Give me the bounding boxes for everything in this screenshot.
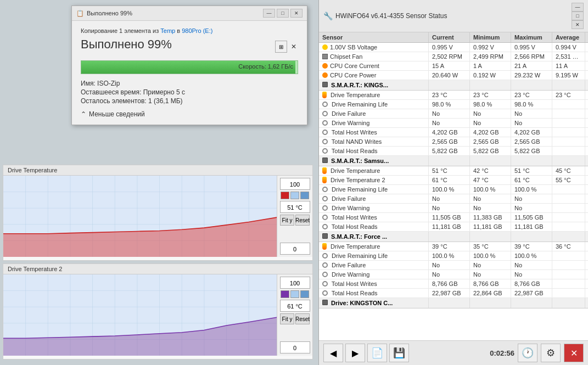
sensor-min: 23 °C [470,91,511,99]
copy-dialog: 📋 Выполнено 99% — □ ✕ Копирование 1 элем… [71,5,307,125]
copy-progress-header: Выполнено 99% ⊞ ✕ [81,37,298,56]
close-icon: ✕ [570,348,578,358]
sensor-name: CPU Core Power [319,71,429,80]
sensor-avg [552,137,585,146]
sensor-max: 2,566 RPM [511,52,552,61]
sensor-name: CPU Core Current [319,61,429,70]
sensor-name: Drive Failure [319,261,429,269]
table-row: Total Host Reads 11,181 GB 11,181 GB 11,… [319,222,588,232]
sensor-name: Total Host Writes [319,279,429,288]
temp2-icon [322,177,327,183]
back-button[interactable]: ◀ [323,344,343,362]
hwinfo-close-button[interactable]: ✕ [572,20,584,29]
host-writes-icon [322,130,328,135]
close-button[interactable]: ✕ [290,9,303,18]
chart1-reset-button[interactable]: Reset [295,215,310,226]
failure-icon [322,111,328,116]
chart1-current-value: 51 °C [280,201,310,213]
save-button[interactable]: 💾 [389,344,409,362]
sensor-min: 47 °C [470,176,511,184]
sensor-name: Drive Remaining Life [319,185,429,194]
hwinfo-scroll-area[interactable]: 1.00V SB Voltage 0.995 V 0.992 V 0.995 V… [319,43,588,340]
chart1-color-blue[interactable] [290,192,299,199]
host-writes-icon [322,215,328,220]
warning-icon [322,272,328,277]
smart-kingston-section-partial: Drive: KINGSTON C... [319,298,588,308]
sensor-max: No [511,204,552,212]
copy-time: Оставшееся время: Примерно 5 с [81,88,298,96]
power-icon [322,72,328,78]
smart-force-section: S.M.A.R.T.: Force ... [319,232,588,242]
sensor-avg [552,222,585,231]
chart2-color-dark-blue[interactable] [300,290,309,298]
chart2-bottom-value: 0 [280,341,310,353]
chart-drive-temp-2: Drive Temperature 2 [3,263,313,360]
sensor-name: Drive Failure [319,109,429,118]
copy-info: Имя: ISO-Zip Оставшееся время: Примерно … [81,80,298,105]
sensor-min: No [470,204,511,212]
source-link[interactable]: Temp [160,27,175,34]
minimize-button[interactable]: — [263,9,275,18]
copy-heading: Выполнено 99% [81,37,172,52]
chart1-color-dark-blue[interactable] [300,192,309,199]
sensor-avg [552,194,585,203]
chart2-fity-button[interactable]: Fit y [280,313,294,324]
report-button[interactable]: 📄 [367,344,387,362]
maximize-button[interactable]: □ [277,9,289,18]
sensor-name: Drive Temperature [319,91,429,99]
fan-icon [322,54,328,59]
sensor-avg: 0.994 V [552,43,585,52]
sensor-avg [552,128,585,137]
sensor-max: 2,565 GB [511,137,552,146]
progress-speed: Скорость: 1,62 ГБ/с [238,63,293,70]
chart2-reset-button[interactable]: Reset [295,313,310,324]
table-row: Drive Temperature 51 °C 42 °C 51 °C 45 °… [319,166,588,176]
hwinfo-icon: 🔧 [323,12,333,20]
smart-kings-section: S.M.A.R.T.: KINGS... [319,80,588,91]
toolbar-close-button[interactable]: ✕ [564,344,584,362]
copy-details-button[interactable]: ⌃ Меньше сведений [81,110,298,118]
hwinfo-maximize-button[interactable]: □ [572,12,584,20]
hwinfo-minimize-button[interactable]: — [572,3,584,12]
sensor-current: 4,202 GB [429,128,470,137]
chart1-color-red[interactable] [281,192,289,199]
sensor-min: 2,499 RPM [470,52,511,61]
sensor-current: 100.0 % [429,251,470,260]
section-label: S.M.A.R.T.: Force ... [319,232,429,242]
sensor-current: No [429,194,470,203]
sensor-current: No [429,204,470,212]
forward-button[interactable]: ▶ [345,344,365,362]
sensor-avg [552,213,585,222]
sensor-current: 11,505 GB [429,213,470,222]
nand-writes-icon [322,139,328,144]
table-row: Drive Temperature 2 61 °C 47 °C 61 °C 55… [319,176,588,185]
chart2-color-row [281,290,309,298]
table-row: Total Host Writes 11,505 GB 11,383 GB 11… [319,213,588,222]
sensor-name: Total Host Reads [319,147,429,155]
table-row: Drive Warning No No No [319,204,588,213]
table-row: Drive Temperature 23 °C 23 °C 23 °C 23 °… [319,91,588,100]
chart2-current-value: 61 °C [280,300,310,312]
chart1-fity-button[interactable]: Fit y [280,215,294,226]
chart2-color-blue[interactable] [290,290,299,298]
settings-button[interactable]: ⚙ [541,344,561,362]
sensor-current: 51 °C [429,166,470,175]
table-row: Drive Remaining Life 98.0 % 98.0 % 98.0 … [319,100,588,109]
dest-link[interactable]: 980Pro (E:) [182,27,212,34]
life-icon [322,253,328,259]
sensor-avg: 55 °C [552,176,585,184]
chart1-color-row [281,192,309,199]
copy-close-btn[interactable]: ✕ [289,41,298,53]
sensor-current: 2,502 RPM [429,52,470,61]
failure-icon [322,196,328,201]
chart2-color-purple[interactable] [281,290,289,298]
life-icon [322,102,328,107]
copy-icon: 📋 [76,10,84,17]
copy-detail-toggle[interactable]: ⊞ [275,41,287,53]
host-reads-icon [322,224,328,229]
clock-button[interactable]: 🕐 [518,344,537,362]
chart2-content: 100 61 °C Fit y Reset 0 [3,274,312,356]
sensor-min: 11,181 GB [470,222,511,231]
sensor-avg: 23 °C [552,91,585,99]
sensor-max: 23 °C [511,91,552,99]
